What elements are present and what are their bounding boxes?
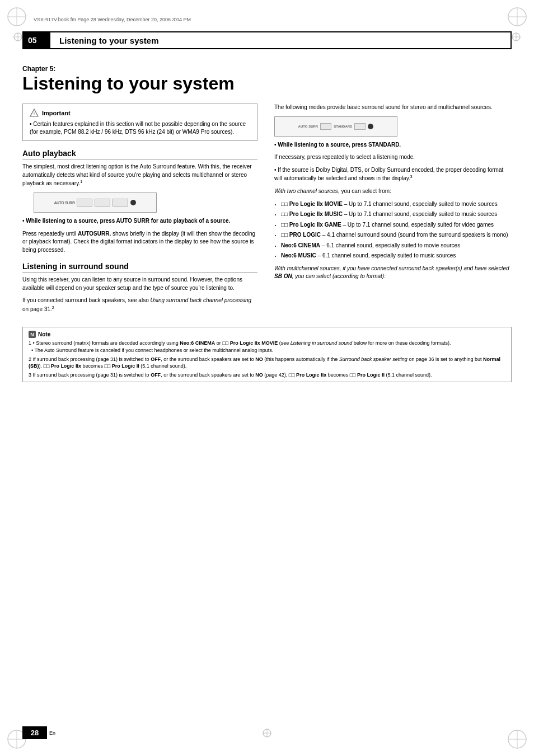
list-item-prologic: □□ PRO LOGIC – 4.1 channel surround soun… — [281, 231, 512, 240]
header-bar: 05 Listening to your system — [22, 31, 512, 49]
right-column: The following modes provide basic surrou… — [274, 104, 512, 318]
svg-text:!: ! — [34, 112, 35, 116]
chapter-label: Chapter 5: — [22, 65, 512, 73]
auto-playback-instruction: • While listening to a source, press AUT… — [22, 217, 257, 226]
chapter-title: Listening to your system — [22, 74, 512, 93]
auto-playback-heading: Auto playback — [22, 149, 257, 159]
note-line-4: 3 If surround back processing (page 31) … — [29, 372, 505, 379]
footer: 28 En — [22, 726, 512, 739]
note-box: N Note 1 • Stereo surround (matrix) form… — [22, 327, 512, 382]
chapter-badge: 05 — [22, 31, 50, 49]
note-header: N Note — [29, 331, 505, 338]
footer-center — [261, 727, 273, 739]
note-line-2: • The Auto Surround feature is canceled … — [29, 347, 505, 354]
list-item-music: □□ Pro Logic IIx MUSIC – Up to 7.1 chann… — [281, 210, 512, 219]
list-item-neo6cinema: Neo:6 CINEMA – 6.1 channel sound, especi… — [281, 242, 512, 250]
warning-icon: ! — [30, 109, 39, 118]
two-channel-label: With two channel sources, you can select… — [274, 187, 512, 196]
note-line-3: 2 If surround back processing (page 31) … — [29, 356, 505, 370]
auto-surr-display: AUTO SURR — [34, 192, 157, 213]
surround-sound-body2: If you connected surround back speakers,… — [22, 297, 257, 313]
crosshair-right — [510, 31, 522, 43]
note-label: Note — [38, 331, 50, 337]
list-item-movie: □□ Pro Logic IIx MOVIE – Up to 7.1 chann… — [281, 200, 512, 209]
auto-playback-body1: The simplest, most direct listening opti… — [22, 163, 257, 188]
standard-instruction: • While listening to a source, press STA… — [274, 141, 512, 149]
standard-display: AUTO SURR STANDARD — [274, 116, 397, 137]
crosshair-left — [12, 31, 24, 43]
main-content: Chapter 5: Listening to your system ! Im… — [22, 56, 512, 711]
two-channel-list: □□ Pro Logic IIx MOVIE – Up to 7.1 chann… — [281, 200, 512, 260]
dolby-note: • If the source is Dolby Digital, DTS, o… — [274, 166, 512, 183]
list-item-neo6music: Neo:6 MUSIC – 6.1 channel sound, especia… — [281, 252, 512, 260]
auto-playback-body2: Press repeatedly until AUTOSURR. shows b… — [22, 230, 257, 255]
corner-decoration-tr — [506, 6, 528, 28]
footnote-ref-2: 2 — [52, 306, 54, 309]
corner-decoration-tl — [6, 6, 28, 28]
two-column-layout: ! Important • Certain features explained… — [22, 104, 512, 318]
page-lang: En — [49, 730, 55, 736]
footnote-ref-1: 1 — [80, 180, 82, 184]
multichannel-text: With multichannel sources, if you have c… — [274, 265, 512, 281]
left-column: ! Important • Certain features explained… — [22, 104, 257, 318]
footer-crosshair — [261, 727, 273, 739]
important-header: ! Important — [30, 109, 250, 118]
surround-sound-body1: Using this receiver, you can listen to a… — [22, 276, 257, 292]
note-icon: N — [29, 331, 36, 338]
surround-sound-heading: Listening in surround sound — [22, 262, 257, 273]
important-box: ! Important • Certain features explained… — [22, 104, 257, 141]
footnote-ref-3: 3 — [410, 175, 413, 179]
right-intro: The following modes provide basic surrou… — [274, 104, 512, 112]
important-text: • Certain features explained in this sec… — [30, 120, 250, 136]
list-item-game: □□ Pro Logic IIx GAME – Up to 7.1 channe… — [281, 221, 512, 229]
header-title: Listening to your system — [50, 31, 512, 49]
footer-left: 28 En — [22, 726, 55, 739]
page-number: 28 — [22, 726, 47, 739]
important-label: Important — [42, 110, 71, 116]
file-info: VSX-917V.book.fm Page 28 Wednesday, Dece… — [34, 17, 191, 22]
standard-body: If necessary, press repeatedly to select… — [274, 153, 512, 162]
note-line-1: 1 • Stereo surround (matrix) formats are… — [29, 340, 505, 347]
